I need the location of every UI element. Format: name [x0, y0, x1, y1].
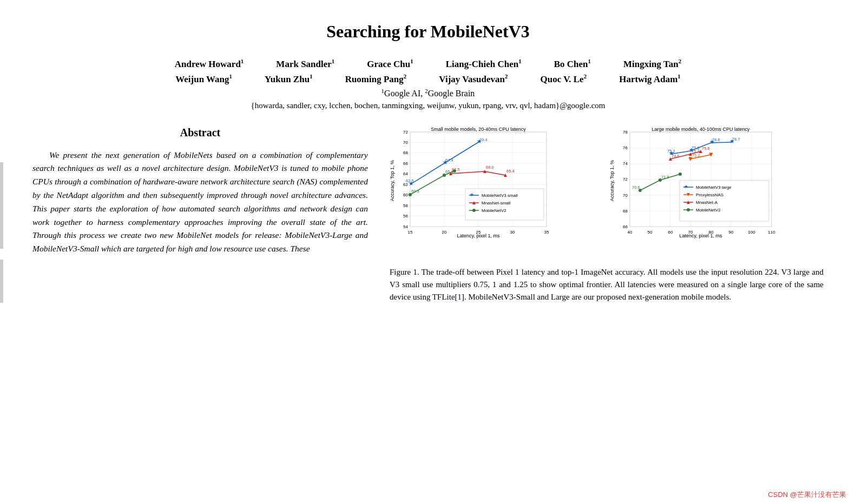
svg-text:67.4: 67.4	[445, 158, 453, 163]
svg-point-59	[472, 209, 476, 212]
content-area: Abstract We present the next generation …	[32, 127, 824, 304]
svg-point-130	[687, 208, 690, 211]
svg-text:70: 70	[403, 140, 408, 145]
svg-text:65.4: 65.4	[506, 169, 515, 174]
svg-text:76.6: 76.6	[712, 137, 720, 142]
svg-text:MobileNetV3 large: MobileNetV3 large	[696, 185, 732, 190]
author-ruoming-pang: Ruoming Pang2	[345, 73, 407, 85]
left-column: Abstract We present the next generation …	[32, 127, 368, 304]
svg-text:Accuracy, Top 1, %: Accuracy, Top 1, %	[390, 160, 395, 201]
svg-text:90: 90	[729, 230, 734, 235]
svg-text:64: 64	[403, 171, 408, 176]
author-liang-chieh-chen: Liang-Chieh Chen1	[446, 58, 522, 70]
svg-text:70.4: 70.4	[479, 137, 488, 142]
charts-container: Small mobile models, 20-40ms CPU latency…	[390, 127, 824, 258]
svg-text:78: 78	[623, 130, 628, 135]
svg-text:★: ★	[470, 192, 474, 197]
svg-text:71.9: 71.9	[661, 175, 669, 180]
authors-row-2: Weijun Wang1 Yukun Zhu1 Ruoming Pang2 Vi…	[32, 73, 824, 85]
svg-text:66.0: 66.0	[486, 165, 494, 170]
authors-row-1: Andrew Howard1 Mark Sandler1 Grace Chu1 …	[32, 58, 824, 70]
svg-text:MnasNet-small: MnasNet-small	[482, 201, 511, 205]
svg-text:MnasNet-A: MnasNet-A	[696, 200, 718, 205]
svg-text:76: 76	[623, 145, 628, 150]
svg-text:75.6: 75.6	[692, 145, 700, 150]
svg-text:25: 25	[476, 230, 481, 235]
svg-text:74: 74	[623, 161, 628, 166]
page-container: Searching for MobileNetV3 Andrew Howard1…	[0, 0, 856, 504]
svg-text:75.6: 75.6	[702, 146, 710, 151]
svg-text:Small mobile models, 20-40ms C: Small mobile models, 20-40ms CPU latency	[431, 127, 526, 132]
svg-text:40: 40	[628, 230, 633, 235]
author-mingxing-tan: Mingxing Tan2	[623, 58, 681, 70]
svg-text:20: 20	[442, 230, 447, 235]
svg-text:80: 80	[709, 230, 714, 235]
large-chart-svg: Large mobile models, 40-100ms CPU latenc…	[609, 127, 777, 256]
author-bo-chen: Bo Chen1	[554, 58, 591, 70]
svg-text:70: 70	[623, 193, 628, 198]
author-mark-sandler: Mark Sandler1	[276, 58, 334, 70]
svg-text:62.5: 62.5	[406, 178, 414, 183]
figure-caption-text: Figure 1. The trade-off between Pixel 1 …	[390, 268, 824, 302]
svg-text:75.2: 75.2	[667, 149, 675, 154]
abstract-paragraph: We present the next generation of Mobile…	[32, 149, 368, 256]
author-yukun-zhu: Yukun Zhu1	[265, 73, 313, 85]
author-quoc-le: Quoc V. Le2	[541, 73, 587, 85]
svg-text:110: 110	[768, 230, 775, 235]
svg-point-97	[679, 173, 682, 176]
svg-text:70.6: 70.6	[632, 185, 640, 190]
svg-text:Latency, pixel 1, ms: Latency, pixel 1, ms	[680, 233, 722, 238]
svg-text:50: 50	[648, 230, 653, 235]
figure-caption: Figure 1. The trade-off between Pixel 1 …	[390, 266, 824, 304]
svg-text:68: 68	[623, 209, 628, 214]
abstract-text: We present the next generation of Mobile…	[32, 149, 368, 256]
author-andrew-howard: Andrew Howard1	[175, 58, 244, 70]
email-line: {howarda, sandler, cxy, lcchen, bochen, …	[32, 101, 824, 110]
svg-text:56: 56	[403, 214, 408, 218]
title-section: Searching for MobileNetV3	[32, 22, 824, 42]
svg-text:58: 58	[403, 203, 408, 208]
small-models-chart: Small mobile models, 20-40ms CPU latency…	[390, 127, 604, 258]
svg-text:ProxylessNAS: ProxylessNAS	[696, 193, 723, 197]
svg-text:MobileNetV2: MobileNetV2	[482, 208, 506, 213]
svg-text:67.5: 67.5	[452, 167, 460, 172]
csdn-watermark: CSDN @芒果汁没有芒果	[768, 490, 846, 500]
svg-text:66: 66	[623, 224, 628, 229]
svg-text:MobileNetV3 small: MobileNetV3 small	[482, 193, 518, 198]
large-models-chart: Large mobile models, 40-100ms CPU latenc…	[609, 127, 824, 258]
svg-text:35: 35	[544, 230, 549, 235]
svg-text:30: 30	[510, 230, 515, 235]
small-chart-svg: Small mobile models, 20-40ms CPU latency…	[390, 127, 552, 256]
ref-1-link[interactable]: 1	[458, 293, 462, 301]
paper-title: Searching for MobileNetV3	[32, 22, 824, 42]
svg-text:76.7: 76.7	[732, 137, 740, 142]
svg-text:60.3: 60.3	[411, 189, 419, 194]
svg-text:75.2: 75.2	[692, 153, 700, 158]
svg-text:72: 72	[403, 130, 408, 135]
svg-text:15: 15	[408, 230, 413, 235]
svg-text:60: 60	[403, 193, 408, 197]
author-grace-chu: Grace Chu1	[367, 58, 413, 70]
svg-text:MobileNetV2: MobileNetV2	[696, 208, 721, 213]
authors-section: Andrew Howard1 Mark Sandler1 Grace Chu1 …	[32, 58, 824, 110]
svg-text:★: ★	[684, 184, 688, 189]
author-hartwig-adam: Hartwig Adam1	[619, 73, 681, 85]
svg-text:60: 60	[668, 230, 673, 235]
svg-text:72: 72	[623, 177, 628, 182]
svg-text:Large mobile models, 40-100ms : Large mobile models, 40-100ms CPU latenc…	[651, 127, 750, 132]
abstract-title: Abstract	[32, 127, 368, 139]
svg-text:70: 70	[688, 230, 693, 235]
left-bar-2	[0, 260, 3, 303]
author-weijun-wang: Weijun Wang1	[175, 73, 232, 85]
left-bar-1	[0, 162, 3, 249]
svg-text:Accuracy, Top 1, %: Accuracy, Top 1, %	[609, 160, 615, 201]
affiliations: 1Google AI, 2Google Brain	[32, 88, 824, 98]
svg-text:54: 54	[403, 224, 408, 229]
author-vijay-vasudevan: Vijay Vasudevan2	[439, 73, 508, 85]
svg-text:100: 100	[748, 230, 755, 235]
svg-text:68: 68	[403, 150, 408, 155]
right-column: Small mobile models, 20-40ms CPU latency…	[390, 127, 824, 304]
svg-text:66: 66	[403, 161, 408, 166]
